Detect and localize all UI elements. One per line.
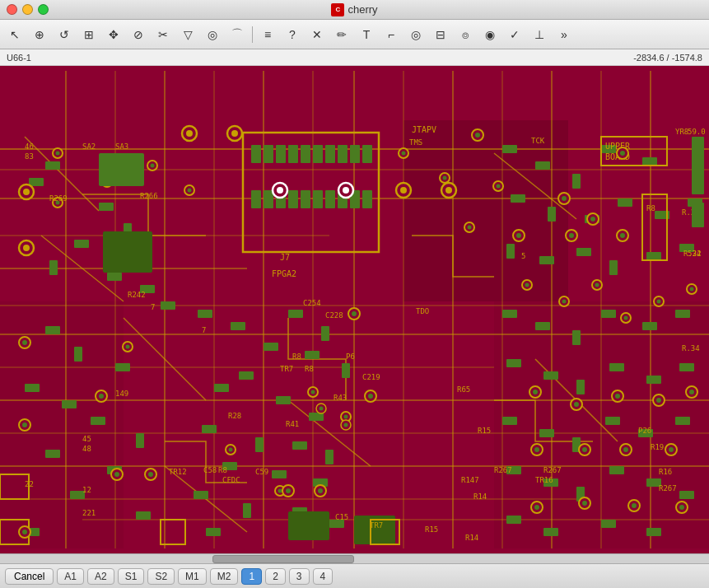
svg-rect-140 (609, 466, 624, 474)
line-tool[interactable]: ≡ (256, 23, 279, 46)
svg-point-293 (352, 311, 357, 316)
rotate-tool[interactable]: ↺ (53, 23, 76, 46)
help-tool[interactable]: ? (281, 23, 304, 46)
svg-rect-123 (642, 322, 657, 330)
svg-text:46: 46 (25, 142, 34, 151)
table-tool[interactable]: ⊟ (429, 23, 452, 46)
svg-rect-117 (646, 252, 661, 260)
svg-rect-39 (264, 145, 273, 163)
svg-point-307 (516, 233, 521, 238)
copy-tool[interactable]: ⊞ (77, 23, 100, 46)
svg-text:R269: R269 (49, 194, 68, 203)
move-exact-tool[interactable]: ✥ (102, 23, 125, 46)
layer-m1-button[interactable]: M1 (178, 568, 207, 585)
svg-text:R.34: R.34 (682, 344, 700, 352)
svg-text:R16: R16 (659, 468, 672, 476)
cross-tool[interactable]: ✕ (306, 23, 329, 46)
svg-point-279 (320, 407, 324, 411)
svg-point-160 (311, 390, 315, 394)
svg-text:R267: R267 (494, 466, 512, 474)
svg-rect-83 (264, 343, 278, 351)
svg-rect-113 (506, 244, 515, 259)
svg-text:534: 534 (688, 250, 701, 258)
minimize-button[interactable] (22, 4, 33, 15)
svg-rect-38 (251, 145, 261, 163)
svg-rect-204 (103, 231, 152, 273)
svg-text:R8: R8 (646, 204, 655, 212)
pencil-tool[interactable]: ✏ (330, 23, 353, 46)
svg-rect-52 (301, 190, 310, 208)
circle-tool[interactable]: ◉ (478, 23, 501, 46)
layer-s1-button[interactable]: S1 (118, 568, 145, 585)
svg-rect-90 (202, 425, 217, 433)
svg-text:TCK: TCK (531, 137, 545, 145)
arc-tool[interactable]: ⌒ (226, 23, 249, 46)
svg-rect-80 (231, 322, 245, 330)
canvas-area[interactable]: JTAPV UPPER BOARD J7 FPGA2 TMS TCK R8 YR… (0, 66, 709, 553)
layer-3-button[interactable]: 3 (289, 568, 310, 585)
svg-rect-144 (543, 528, 558, 536)
svg-rect-64 (107, 273, 122, 281)
scrollbar-thumb[interactable] (212, 555, 354, 563)
svg-rect-42 (301, 145, 310, 163)
svg-point-295 (475, 133, 480, 138)
svg-rect-58 (45, 161, 60, 170)
svg-point-174 (497, 184, 501, 189)
layer-1-button[interactable]: 1 (241, 568, 262, 585)
svg-rect-51 (288, 190, 298, 208)
svg-rect-72 (91, 417, 105, 425)
layer-a2-button[interactable]: A2 (87, 568, 114, 585)
svg-rect-46 (350, 145, 360, 163)
svg-rect-205 (288, 511, 329, 540)
svg-rect-43 (313, 145, 323, 163)
svg-point-180 (595, 283, 599, 287)
svg-rect-45 (338, 145, 348, 163)
svg-rect-40 (276, 145, 286, 163)
svg-point-277 (344, 423, 348, 427)
horizontal-scrollbar[interactable] (0, 553, 709, 563)
corner-tool[interactable]: ⌐ (380, 23, 403, 46)
svg-rect-116 (609, 260, 618, 275)
svg-rect-70 (25, 384, 40, 392)
maximize-button[interactable] (38, 4, 49, 15)
svg-rect-79 (198, 310, 212, 318)
text-tool[interactable]: T (355, 23, 378, 46)
svg-rect-63 (49, 260, 58, 275)
cancel-button[interactable]: Cancel (5, 568, 54, 585)
align-tool[interactable]: ⊥ (528, 23, 551, 46)
check-tool[interactable]: ✓ (503, 23, 526, 46)
layer-4-button[interactable]: 4 (313, 568, 334, 585)
svg-point-156 (188, 189, 192, 193)
svg-rect-106 (642, 157, 657, 166)
nav-tool[interactable]: » (553, 23, 576, 46)
filter-tool[interactable]: ⊘ (127, 23, 150, 46)
app-icon: C (331, 3, 344, 16)
layer-2-button[interactable]: 2 (265, 568, 286, 585)
merge-tool[interactable]: ▽ (176, 23, 199, 46)
close-button[interactable] (7, 4, 17, 15)
pcb-view[interactable]: JTAPV UPPER BOARD J7 FPGA2 TMS TCK R8 YR… (0, 66, 709, 553)
layer-m2-button[interactable]: M2 (210, 568, 239, 585)
tag-tool[interactable]: ◎ (201, 23, 224, 46)
svg-point-285 (148, 472, 153, 477)
layer-s2-button[interactable]: S2 (147, 568, 175, 585)
svg-point-329 (582, 501, 587, 506)
antenna-tool[interactable]: ⌾ (454, 23, 477, 46)
svg-rect-66 (161, 301, 175, 310)
select-tool[interactable]: ↖ (3, 23, 26, 46)
svg-rect-69 (115, 363, 130, 371)
svg-rect-131 (502, 417, 517, 425)
svg-text:48: 48 (82, 445, 91, 453)
svg-rect-107 (511, 194, 525, 203)
component-id: U66-1 (7, 53, 31, 63)
window-controls[interactable] (7, 4, 49, 15)
svg-text:CFDC: CFDC (222, 476, 240, 484)
svg-rect-41 (288, 145, 298, 163)
svg-point-289 (99, 394, 104, 399)
layer-a1-button[interactable]: A1 (57, 568, 84, 585)
zoom-tool[interactable]: ⊕ (28, 23, 51, 46)
cut-tool[interactable]: ✂ (152, 23, 175, 46)
svg-point-162 (344, 415, 348, 419)
target-tool[interactable]: ◎ (404, 23, 427, 46)
svg-rect-86 (239, 371, 254, 380)
